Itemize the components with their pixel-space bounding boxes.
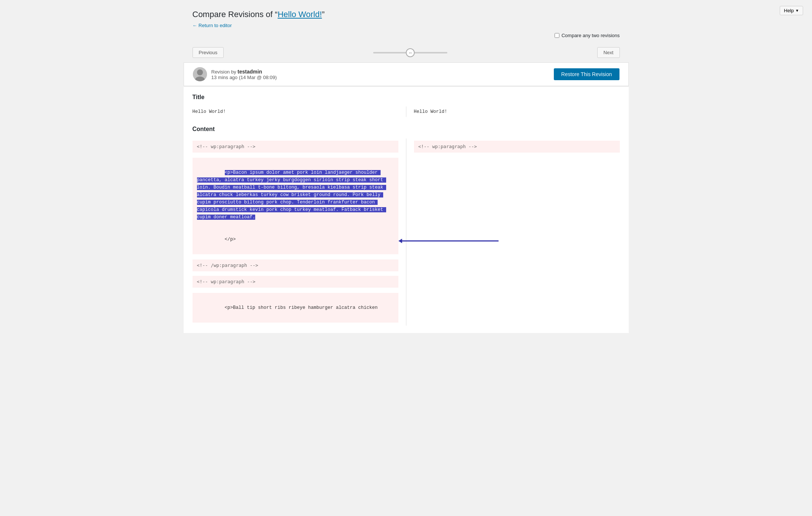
- title-diff-row: Hello World! Hello World!: [193, 107, 620, 117]
- wp-comment-row: <!-- wp:paragraph --> <!-- wp:paragraph …: [193, 138, 620, 155]
- removed-section: <p>Bacon ipsum dolor amet pork loin land…: [193, 158, 398, 254]
- page-title: Compare Revisions of “Hello World!”: [193, 10, 620, 19]
- wp-comment-right: <!-- wp:paragraph -->: [406, 138, 620, 155]
- page-header: Compare Revisions of “Hello World!” ← Re…: [184, 4, 629, 33]
- para2-removed: <p>Ball tip short ribs ribeye hamburger …: [193, 293, 398, 323]
- content-section-label: Content: [193, 126, 620, 133]
- avatar-icon: [193, 67, 207, 81]
- return-to-editor-link[interactable]: ← Return to editor: [193, 23, 232, 28]
- wp-para2-row: <!-- wp:paragraph -->: [193, 274, 620, 290]
- help-chevron-icon: ▼: [795, 9, 799, 13]
- deleted-open-tag: <p>: [225, 170, 233, 175]
- annotation-arrow: [398, 233, 502, 248]
- removed-block-left: <p>Bacon ipsum dolor amet pork loin land…: [193, 155, 406, 257]
- title-left: Hello World!: [193, 107, 406, 117]
- wp-close-right: [406, 257, 620, 274]
- wp-comment-left: <!-- wp:paragraph -->: [193, 138, 406, 155]
- revision-details: Revision by testadmin 13 mins ago (14 Ma…: [211, 69, 277, 80]
- restore-revision-button[interactable]: Restore This Revision: [554, 68, 619, 80]
- page-wrapper: Help ▼ Compare Revisions of “Hello World…: [184, 0, 629, 516]
- wp-para2-left: <!-- wp:paragraph -->: [193, 274, 406, 290]
- revision-author: testadmin: [237, 69, 262, 75]
- deleted-paragraph-text: Bacon ipsum dolor amet pork loin landjae…: [197, 170, 386, 220]
- avatar: [193, 67, 207, 81]
- slider-handle[interactable]: ↔: [406, 48, 415, 57]
- revision-time: 13 mins ago (14 Mar @ 08:09): [211, 75, 277, 80]
- para2-row: <p>Ball tip short ribs ribeye hamburger …: [193, 290, 620, 326]
- title-section-label: Title: [193, 94, 620, 101]
- help-label: Help: [784, 8, 794, 13]
- navigation-bar: Previous ↔ Next: [184, 43, 629, 62]
- compare-revisions-label[interactable]: Compare any two revisions: [555, 33, 620, 38]
- previous-button[interactable]: Previous: [193, 47, 224, 58]
- para2-right: [406, 290, 620, 326]
- title-right: Hello World!: [406, 107, 620, 117]
- post-title-link[interactable]: Hello World!: [277, 10, 322, 19]
- revision-info: Revision by testadmin 13 mins ago (14 Ma…: [193, 67, 277, 81]
- svg-marker-4: [398, 239, 402, 243]
- diff-container: Title Hello World! Hello World! Content …: [184, 86, 629, 333]
- next-button[interactable]: Next: [597, 47, 620, 58]
- slider-track: ↔: [373, 52, 447, 53]
- help-button[interactable]: Help ▼: [780, 6, 803, 15]
- revision-bar: Revision by testadmin 13 mins ago (14 Ma…: [184, 62, 629, 86]
- revision-author-line: Revision by testadmin: [211, 69, 277, 75]
- wp-close-comment-row: <!-- /wp:paragraph -->: [193, 257, 620, 274]
- revision-slider-container: ↔: [373, 52, 447, 53]
- compare-revisions-row: Compare any two revisions: [184, 33, 629, 43]
- compare-revisions-checkbox[interactable]: [555, 33, 559, 38]
- removed-paragraph-row: <p>Bacon ipsum dolor amet pork loin land…: [193, 155, 620, 257]
- para2-left: <p>Ball tip short ribs ribeye hamburger …: [193, 290, 406, 326]
- wp-para2-right: [406, 274, 620, 290]
- svg-point-1: [197, 69, 203, 75]
- wp-close-left: <!-- /wp:paragraph -->: [193, 257, 406, 274]
